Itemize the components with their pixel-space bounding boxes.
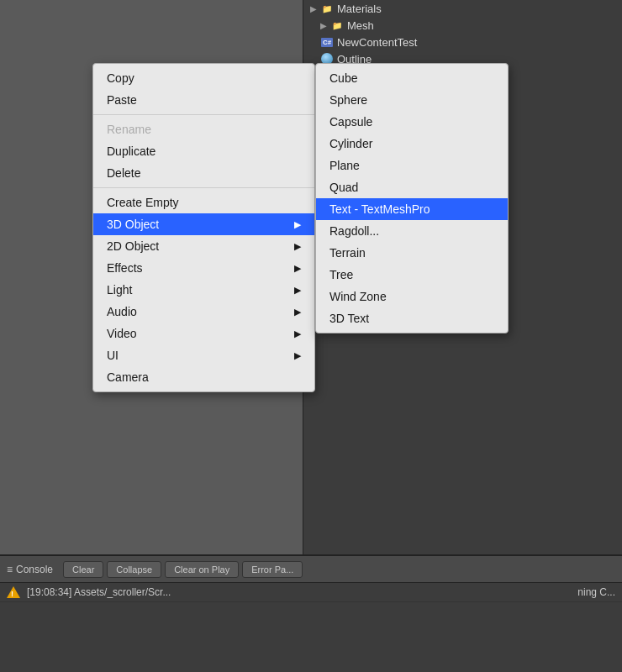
menu-item-paste[interactable]: Paste [93,89,314,111]
submenu-item-capsule[interactable]: Capsule [316,111,508,133]
menu-item-ui[interactable]: UI ▶ [93,344,314,366]
menu-item-label: 3D Object [107,218,159,231]
menu-item-label: Light [107,283,132,297]
menu-item-effects[interactable]: Effects ▶ [93,257,314,279]
submenu-arrow-icon: ▶ [294,241,301,252]
submenu-arrow-icon: ▶ [294,285,301,296]
console-toolbar: ≡ Console Clear Collapse Clear on Play E… [0,556,622,583]
menu-item-label: Camera [107,370,149,384]
submenu-item-ragdoll[interactable]: Ragdoll... [316,220,508,242]
submenu-arrow-icon: ▶ [294,350,301,361]
clear-on-play-button[interactable]: Clear on Play [165,561,239,578]
submenu-item-cylinder[interactable]: Cylinder [316,133,508,155]
console-title: ≡ Console [7,564,53,575]
submenu-item-terrain[interactable]: Terrain [316,242,508,264]
menu-item-camera[interactable]: Camera [93,366,314,388]
tree-label: NewContentTest [337,36,417,49]
tree-item-mesh[interactable]: ▶ 📁 Mesh [303,17,622,34]
console-log-entry[interactable]: [19:08:34] Assets/_scroller/Scr... ning … [0,583,622,602]
submenu-item-plane[interactable]: Plane [316,155,508,176]
clear-button[interactable]: Clear [63,561,103,578]
submenu-item-textmeshpro[interactable]: Text - TextMeshPro [316,198,508,220]
menu-item-create-empty[interactable]: Create Empty [93,192,314,213]
console-panel: ≡ Console Clear Collapse Clear on Play E… [0,554,622,672]
menu-separator [93,114,314,115]
context-menu: Copy Paste Rename Duplicate Delete Creat… [92,63,315,392]
submenu-item-label: Wind Zone [329,290,387,303]
submenu-item-label: Cylinder [329,137,372,150]
submenu-item-windzone[interactable]: Wind Zone [316,286,508,307]
error-pause-button[interactable]: Error Pa... [242,561,303,578]
tree-label: Materials [337,3,382,15]
menu-item-2d-object[interactable]: 2D Object ▶ [93,235,314,257]
collapse-arrow: ▶ [320,21,327,30]
menu-item-label: Copy [107,71,134,85]
tree-label: Mesh [347,19,374,32]
menu-item-label: Paste [107,93,137,107]
submenu-item-label: 3D Text [329,312,369,325]
menu-item-label: Effects [107,261,143,275]
menu-item-copy[interactable]: Copy [93,67,314,89]
submenu-item-label: Plane [329,159,360,172]
menu-item-light[interactable]: Light ▶ [93,279,314,301]
submenu-item-label: Terrain [329,246,366,260]
tree-item-newcontent[interactable]: C# NewContentTest [303,34,622,50]
console-log-suffix: ning C... [577,586,615,598]
menu-item-3d-object[interactable]: 3D Object ▶ [93,213,314,235]
menu-item-audio[interactable]: Audio ▶ [93,301,314,323]
menu-item-label: Video [107,327,137,340]
menu-item-label: 2D Object [107,239,159,253]
menu-item-label: Delete [107,166,140,180]
submenu-item-3dtext[interactable]: 3D Text [316,307,508,329]
console-title-label: Console [16,564,53,575]
menu-item-video[interactable]: Video ▶ [93,323,314,344]
submenu-arrow-icon: ▶ [294,307,301,318]
menu-item-label: Rename [107,123,151,136]
menu-item-delete[interactable]: Delete [93,162,314,184]
cs-icon: C# [320,35,334,49]
folder-icon: 📁 [320,2,334,15]
menu-item-label: Audio [107,305,137,318]
console-log-text: [19:08:34] Assets/_scroller/Scr... [27,586,171,598]
menu-item-duplicate[interactable]: Duplicate [93,140,314,162]
submenu-item-cube[interactable]: Cube [316,67,508,89]
collapse-button[interactable]: Collapse [107,561,161,578]
submenu-arrow-icon: ▶ [294,263,301,274]
tree-item-materials[interactable]: ▶ 📁 Materials [303,0,622,17]
submenu-arrow-icon: ▶ [294,328,301,339]
submenu-item-label: Cube [329,71,357,85]
menu-item-rename: Rename [93,118,314,140]
submenu-item-quad[interactable]: Quad [316,176,508,198]
menu-item-label: Create Empty [107,196,179,209]
submenu-item-label: Capsule [329,115,372,129]
console-title-icon: ≡ [7,564,13,575]
submenu-arrow-icon: ▶ [294,219,301,230]
warning-icon [7,586,20,598]
submenu-item-sphere[interactable]: Sphere [316,89,508,111]
submenu-item-label: Tree [329,268,353,281]
menu-separator [93,187,314,188]
submenu-item-label: Ragdoll... [329,224,379,238]
submenu-item-label: Sphere [329,93,367,107]
folder-icon: 📁 [330,18,344,32]
submenu-item-tree[interactable]: Tree [316,264,508,286]
menu-item-label: Duplicate [107,144,156,158]
submenu-item-label: Text - TextMeshPro [329,202,430,216]
collapse-arrow: ▶ [310,4,317,13]
submenu-3d-object: Cube Sphere Capsule Cylinder Plane Quad … [315,63,509,333]
menu-item-label: UI [107,349,119,362]
submenu-item-label: Quad [329,181,358,194]
